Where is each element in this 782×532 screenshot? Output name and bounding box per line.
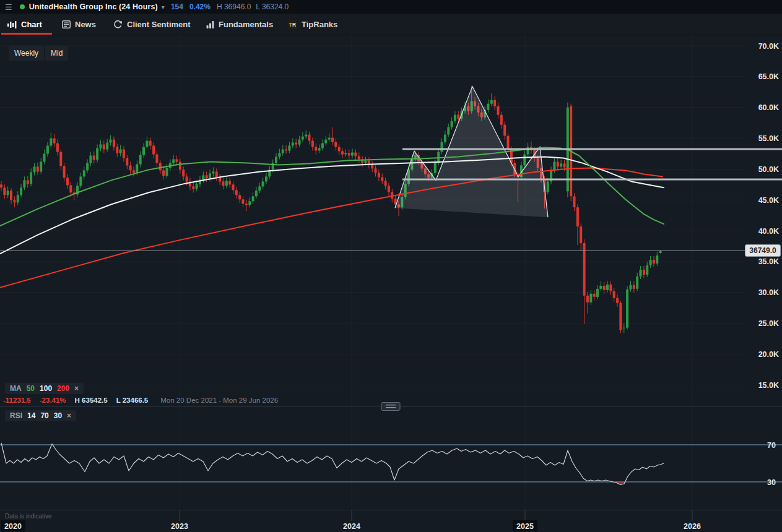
svg-text:15.0K: 15.0K: [758, 381, 779, 390]
ma200-param: 200: [57, 384, 69, 393]
tab-label: News: [75, 20, 96, 29]
svg-text:70.0K: 70.0K: [758, 42, 779, 51]
data-indicative-note: Data is indicative: [5, 513, 52, 520]
chevron-down-icon[interactable]: ▾: [162, 4, 165, 11]
tab-client-sentiment[interactable]: Client Sentiment: [113, 14, 191, 35]
svg-text:2025: 2025: [516, 522, 534, 531]
menu-icon[interactable]: ☰: [5, 3, 12, 11]
client-sentiment-icon: [113, 20, 123, 29]
svg-text:35.0K: 35.0K: [758, 257, 779, 266]
rsi-indicator-pill[interactable]: RSI 14 70 30 ×: [5, 410, 76, 421]
svg-text:30.0K: 30.0K: [758, 288, 779, 297]
current-price-label: 36749.0: [745, 244, 781, 257]
rsi-lower: 30: [54, 411, 62, 420]
svg-text:60.0K: 60.0K: [758, 103, 779, 112]
tab-news[interactable]: News: [62, 14, 96, 35]
svg-text:50.0K: 50.0K: [758, 165, 779, 174]
tab-label: TipRanks: [302, 20, 337, 29]
price-chart-svg[interactable]: 70.0K65.0K60.0K55.0K50.0K45.0K40.0K35.0K…: [0, 35, 782, 532]
period-high: H 63542.5: [75, 397, 108, 404]
ma-indicator-pill[interactable]: MA 50 100 200 ×: [5, 383, 84, 394]
top-bar: ☰ UnitedHealth Group Inc (24 Hours) ▾ 15…: [0, 0, 782, 14]
rsi-period: 14: [27, 411, 35, 420]
tipranks-icon: TR: [288, 20, 297, 29]
pane-resize-handle[interactable]: [381, 403, 400, 411]
chart-icon: [7, 20, 17, 29]
tab-chart[interactable]: Chart: [7, 14, 42, 35]
rsi-label: RSI: [10, 411, 22, 420]
period-low: L 23466.5: [116, 397, 149, 404]
svg-text:25.0K: 25.0K: [758, 319, 779, 328]
svg-text:2024: 2024: [343, 522, 360, 531]
svg-text:20.0K: 20.0K: [758, 350, 779, 359]
svg-text:40.0K: 40.0K: [758, 227, 779, 236]
market-open-dot: [20, 4, 25, 9]
change-percent: 0.42%: [189, 2, 211, 11]
interval-weekly-button[interactable]: Weekly: [9, 46, 44, 61]
period-change-pct: -23.41%: [40, 397, 66, 404]
tab-fundamentals[interactable]: Fundamentals: [206, 14, 273, 35]
session-high: H 36946.0: [217, 2, 251, 11]
ma100-param: 100: [40, 384, 52, 393]
rsi-upper: 70: [40, 411, 48, 420]
date-range: Mon 20 Dec 2021 - Mon 29 Jun 2026: [160, 397, 278, 404]
ma-values-row: -11231.5 -23.41% H 63542.5 L 23466.5 Mon…: [3, 397, 278, 404]
tab-tipranks[interactable]: TR TipRanks: [288, 14, 337, 35]
tab-label: Chart: [21, 20, 42, 29]
svg-text:2020: 2020: [4, 522, 22, 531]
close-icon[interactable]: ×: [74, 384, 79, 393]
ma50-param: 50: [27, 384, 35, 393]
svg-text:45.0K: 45.0K: [758, 196, 779, 205]
instrument-title[interactable]: UnitedHealth Group Inc (24 Hours): [29, 2, 158, 11]
tab-label: Fundamentals: [219, 20, 273, 29]
chart-area[interactable]: 70.0K65.0K60.0K55.0K50.0K45.0K40.0K35.0K…: [0, 35, 782, 532]
session-low: L 36324.0: [256, 2, 289, 11]
svg-text:70: 70: [767, 441, 776, 450]
svg-text:30: 30: [767, 478, 776, 487]
period-change: -11231.5: [3, 397, 31, 404]
svg-text:65.0K: 65.0K: [758, 72, 779, 81]
svg-text:2026: 2026: [684, 522, 701, 531]
svg-text:2023: 2023: [171, 522, 188, 531]
price-style-mid-button[interactable]: Mid: [45, 46, 68, 61]
close-icon[interactable]: ×: [67, 411, 71, 420]
fundamentals-icon: [206, 20, 214, 28]
ma-label: MA: [10, 384, 22, 393]
tab-label: Client Sentiment: [127, 20, 191, 29]
last-price: 154: [171, 2, 183, 11]
news-icon: [62, 20, 71, 28]
active-tab-underline: [1, 33, 52, 35]
tab-bar: Chart News Client Sentiment Fundamentals…: [0, 14, 782, 35]
svg-text:55.0K: 55.0K: [758, 134, 779, 143]
